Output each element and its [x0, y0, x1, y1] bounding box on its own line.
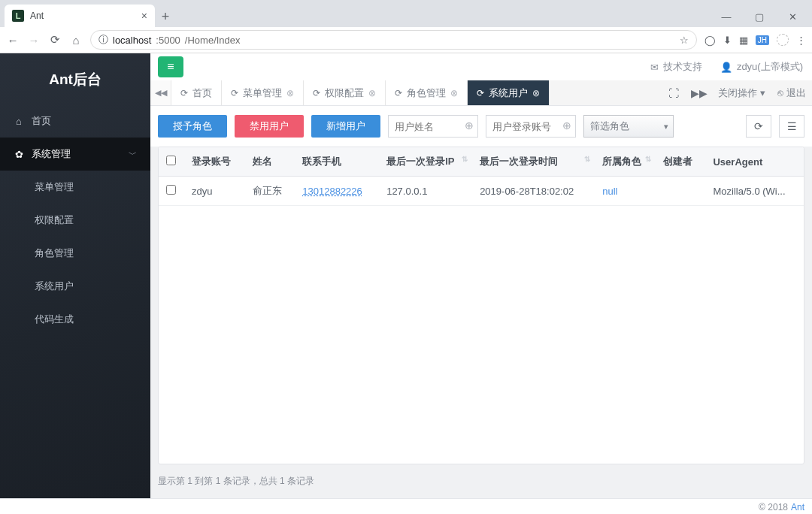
select-all-checkbox[interactable]	[166, 156, 176, 165]
minimize-icon[interactable]: —	[713, 6, 740, 27]
url-host: localhost	[113, 35, 151, 46]
col-name: 姓名	[245, 147, 295, 177]
back-icon[interactable]: ←	[6, 33, 20, 47]
reload-icon[interactable]: ⟳	[48, 33, 62, 47]
browser-chrome: L Ant × + — ▢ ✕ ← → ⟳ ⌂ ⓘ localhost:5000…	[0, 0, 812, 53]
maximize-icon[interactable]: ▢	[746, 6, 773, 27]
browser-extensions: ◯ ⬇ ▦ JH ⋮	[704, 34, 806, 46]
sort-icon[interactable]: ⇅	[462, 155, 468, 163]
disable-user-button[interactable]: 禁用用户	[235, 115, 304, 138]
col-account: 登录账号	[184, 147, 245, 177]
clear-icon[interactable]: ⊕	[465, 119, 474, 132]
footer-link[interactable]: Ant	[791, 502, 804, 512]
page-tabs: ◀◀ ⟳首页 ⟳菜单管理⊗ ⟳权限配置⊗ ⟳角色管理⊗ ⟳系统用户⊗ ⛶ ▶▶ …	[150, 80, 812, 106]
support-link[interactable]: ✉ 技术支持	[641, 60, 711, 74]
close-icon[interactable]: ×	[141, 10, 147, 22]
close-icon[interactable]: ⊗	[450, 88, 458, 98]
tab-role[interactable]: ⟳角色管理⊗	[386, 80, 468, 105]
nav-sub-sysuser[interactable]: 系统用户	[0, 270, 150, 303]
url-path: /Home/Index	[185, 35, 241, 46]
nav-sub-codegen[interactable]: 代码生成	[0, 303, 150, 336]
close-icon[interactable]: ⊗	[286, 88, 294, 98]
nav-section-label: 系统管理	[32, 147, 71, 161]
address-bar[interactable]: ⓘ localhost:5000/Home/Index ☆	[90, 30, 697, 50]
menu-icon[interactable]: ⋮	[796, 35, 806, 46]
row-checkbox[interactable]	[166, 185, 176, 195]
home-icon[interactable]: ⌂	[69, 33, 83, 47]
logout-link[interactable]: ⎋退出	[771, 86, 812, 100]
tab-menu-mgmt[interactable]: ⟳菜单管理⊗	[222, 80, 304, 105]
user-menu[interactable]: 👤 zdyu(上帝模式)	[711, 60, 812, 74]
star-icon[interactable]: ☆	[680, 35, 689, 46]
nav-sub-perm[interactable]: 权限配置	[0, 204, 150, 237]
sort-icon[interactable]: ⇅	[584, 155, 590, 163]
clear-icon[interactable]: ⊕	[562, 119, 571, 132]
mail-icon: ✉	[650, 62, 659, 73]
window-controls: — ▢ ✕	[713, 6, 812, 27]
app-shell: Ant后台 ⌂ 首页 ✿ 系统管理 ﹀ 菜单管理 权限配置 角色管理 系统用户 …	[0, 53, 812, 498]
close-icon[interactable]: ⊗	[532, 88, 540, 98]
browser-tabstrip: L Ant × + — ▢ ✕	[0, 0, 812, 27]
tab-title: Ant	[30, 11, 135, 21]
cell-name: 俞正东	[245, 177, 295, 206]
cell-account: zdyu	[184, 177, 245, 206]
grant-role-button[interactable]: 授予角色	[158, 115, 227, 138]
nav-sub-menu-mgmt[interactable]: 菜单管理	[0, 171, 150, 204]
main-area: ≡ ✉ 技术支持 👤 zdyu(上帝模式) ◀◀ ⟳首页 ⟳菜单管理⊗ ⟳权限配…	[150, 53, 812, 498]
footer: © 2018 Ant	[0, 498, 812, 514]
col-phone: 联系手机	[295, 147, 379, 177]
phone-link[interactable]: 13012882226	[302, 186, 362, 197]
data-table: 登录账号 姓名 联系手机 最后一次登录IP⇅ 最后一次登录时间⇅ 所属角色⇅ 创…	[158, 147, 804, 464]
caret-down-icon: ▾	[760, 87, 765, 98]
refresh-button[interactable]: ⟳	[746, 115, 771, 138]
tabs-scroll-right[interactable]: ▶▶	[686, 87, 712, 99]
nav-section-system[interactable]: ✿ 系统管理 ﹀	[0, 138, 150, 171]
col-lastlogin: 最后一次登录时间⇅	[472, 147, 595, 177]
filter-role-select[interactable]: 筛选角色	[583, 115, 674, 138]
tabs-scroll-left[interactable]: ◀◀	[150, 80, 171, 105]
gear-icon: ✿	[14, 149, 24, 160]
nav-home[interactable]: ⌂ 首页	[0, 104, 150, 138]
close-window-icon[interactable]: ✕	[779, 6, 806, 27]
url-port: :5000	[156, 35, 180, 46]
toolbar: 授予角色 禁用用户 新增用户 ⊕ ⊕ 筛选角色 ⟳ ☰	[150, 106, 812, 147]
close-icon[interactable]: ⊗	[368, 88, 376, 98]
browser-tab[interactable]: L Ant ×	[5, 5, 155, 27]
cell-ua: Mozilla/5.0 (Wi...	[705, 177, 804, 206]
col-ip: 最后一次登录IP⇅	[379, 147, 472, 177]
user-icon: 👤	[720, 62, 732, 73]
new-tab-button[interactable]: +	[155, 6, 176, 27]
pagination-info: 显示第 1 到第 1 条记录，总共 1 条记录	[150, 464, 812, 498]
add-user-button[interactable]: 新增用户	[311, 115, 380, 138]
columns-button[interactable]: ☰	[779, 115, 804, 138]
logout-icon: ⎋	[777, 87, 783, 98]
cell-role: null	[595, 177, 656, 206]
address-bar-row: ← → ⟳ ⌂ ⓘ localhost:5000/Home/Index ☆ ◯ …	[0, 27, 812, 53]
favicon: L	[12, 10, 24, 22]
close-ops-menu[interactable]: 关闭操作▾	[712, 86, 771, 100]
cell-lastlogin: 2019-06-28T18:02:02	[472, 177, 595, 206]
cell-ip: 127.0.0.1	[379, 177, 472, 206]
toggle-sidebar-button[interactable]: ≡	[158, 56, 183, 77]
refresh-icon: ⟳	[477, 88, 484, 98]
col-role: 所属角色⇅	[595, 147, 656, 177]
refresh-icon: ⟳	[395, 88, 402, 98]
table-row[interactable]: zdyu 俞正东 13012882226 127.0.0.1 2019-06-2…	[159, 177, 804, 206]
ext-qr-icon[interactable]: ▦	[739, 35, 748, 46]
forward-icon[interactable]: →	[27, 33, 41, 47]
home-icon: ⌂	[14, 116, 24, 127]
refresh-icon: ⟳	[313, 88, 320, 98]
ext-circle-icon[interactable]: ◯	[704, 35, 716, 46]
tab-home[interactable]: ⟳首页	[171, 80, 222, 105]
tab-perm[interactable]: ⟳权限配置⊗	[304, 80, 386, 105]
ext-download-icon[interactable]: ⬇	[723, 35, 732, 46]
ext-jh-icon[interactable]: JH	[756, 35, 769, 45]
sort-icon[interactable]: ⇅	[645, 155, 651, 163]
fullscreen-icon[interactable]: ⛶	[661, 87, 686, 99]
tab-sysuser[interactable]: ⟳系统用户⊗	[468, 80, 550, 105]
info-icon[interactable]: ⓘ	[98, 33, 108, 47]
ext-dots-icon[interactable]	[777, 34, 789, 46]
sidebar: Ant后台 ⌂ 首页 ✿ 系统管理 ﹀ 菜单管理 权限配置 角色管理 系统用户 …	[0, 53, 150, 498]
nav-sub-role[interactable]: 角色管理	[0, 237, 150, 270]
nav-home-label: 首页	[32, 114, 51, 128]
